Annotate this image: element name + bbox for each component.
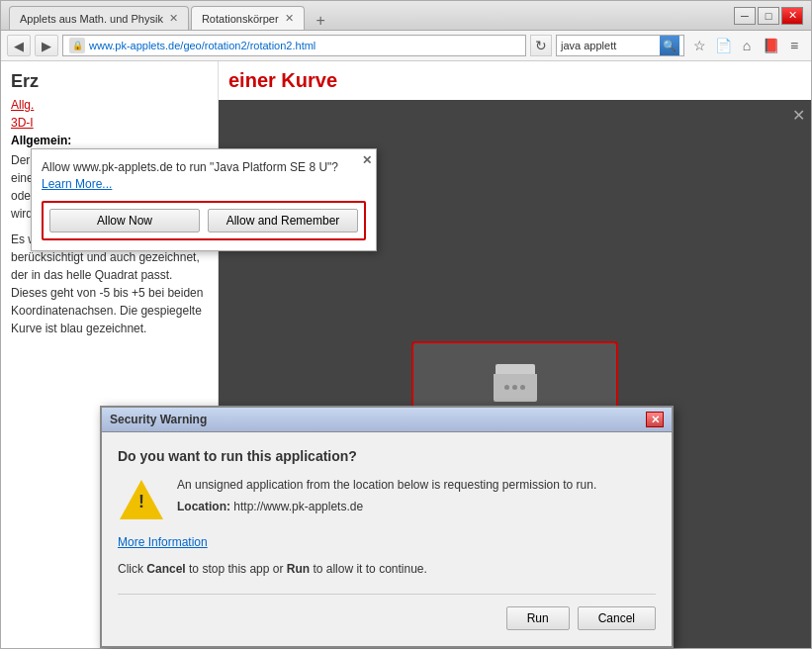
minimize-button[interactable]: ─ [734,7,756,25]
learn-more-link[interactable]: Learn More... [42,177,112,191]
more-info-link[interactable]: More Information [118,535,656,549]
tab-rotation-label: Rotationskörper [202,13,279,25]
tab-math[interactable]: Applets aus Math. und Physik ✕ [9,6,189,30]
location-value: http://www.pk-applets.de [233,500,363,513]
sidebar-link-allg[interactable]: Allg. [11,98,208,112]
address-text: www.pk-applets.de/geo/rotation2/rotation… [89,40,316,51]
plugin-popup-close[interactable]: ✕ [362,153,372,167]
warning-icon: ! [118,476,165,523]
allow-remember-button[interactable]: Allow and Remember [208,209,358,232]
cancel-button[interactable]: Cancel [578,606,656,630]
security-body: Do you want to run this application? ! A… [102,432,672,646]
plugin-popup-text: Allow www.pk-applets.de to run "Java Pla… [42,159,366,193]
security-divider [118,594,656,595]
security-footer: Run Cancel [118,606,656,630]
security-dialog-title: Security Warning [110,413,207,426]
search-button[interactable]: 🔍 [660,36,679,55]
search-bar[interactable]: java applett 🔍 [556,35,684,56]
sidebar-title: Erz [11,71,208,92]
tab-rotation-close[interactable]: ✕ [285,12,294,25]
nav-bar: ◀ ▶ 🔒 www.pk-applets.de/geo/rotation2/ro… [1,31,811,61]
title-bar: Applets aus Math. und Physik ✕ Rotations… [1,1,811,31]
window-controls: ─ □ ✕ [734,7,803,25]
security-location: Location: http://www.pk-applets.de [177,498,596,515]
security-dialog: Security Warning ✕ Do you want to run th… [100,406,674,648]
security-question: Do you want to run this application? [118,448,656,464]
sidebar-link-3d[interactable]: 3D-I [11,116,208,130]
new-tab-button[interactable]: + [311,12,331,30]
plugin-popup: ✕ Allow www.pk-applets.de to run "Java P… [31,148,377,251]
page-header: einer Kurve [228,69,337,91]
refresh-button[interactable]: ↻ [530,35,552,56]
pdf-icon[interactable]: 📕 [760,35,781,56]
forward-button[interactable]: ▶ [35,35,58,56]
nav-icons: ☆ 📄 ⌂ 📕 ≡ [688,35,805,56]
tab-rotation[interactable]: Rotationskörper ✕ [191,6,305,30]
security-info: An unsigned application from the locatio… [177,476,596,515]
close-button[interactable]: ✕ [781,7,803,25]
menu-icon[interactable]: ≡ [783,35,805,56]
browser-window: Applets aus Math. und Physik ✕ Rotations… [0,0,812,649]
location-label: Location: [177,500,230,513]
allow-now-button[interactable]: Allow Now [49,209,200,232]
tab-math-label: Applets aus Math. und Physik [20,13,163,25]
bookmark-icon[interactable]: ☆ [688,35,710,56]
run-button[interactable]: Run [506,606,570,630]
address-bar[interactable]: 🔒 www.pk-applets.de/geo/rotation2/rotati… [62,35,526,56]
home-icon[interactable]: ⌂ [736,35,758,56]
search-text: java applett [561,40,660,51]
main-content: Erz Allg. 3D-I Allgemein: Der Körper ent… [1,61,811,648]
security-content: ! An unsigned application from the locat… [118,476,656,523]
plugin-buttons: Allow Now Allow and Remember [42,201,366,240]
back-button[interactable]: ◀ [7,35,31,56]
security-dialog-close[interactable]: ✕ [646,412,664,427]
security-title-bar: Security Warning ✕ [102,408,672,432]
dark-area-close[interactable]: ✕ [792,106,805,125]
sidebar-section-title: Allgemein: [11,134,208,147]
tab-strip: Applets aus Math. und Physik ✕ Rotations… [9,1,734,30]
maximize-button[interactable]: □ [758,7,779,25]
security-note: Click Cancel to stop this app or Run to … [118,561,656,578]
address-icon: 🔒 [69,38,85,53]
java-plugin-icon [492,363,539,403]
page-icon[interactable]: 📄 [712,35,734,56]
security-info-text: An unsigned application from the locatio… [177,478,596,492]
tab-math-close[interactable]: ✕ [169,12,178,25]
